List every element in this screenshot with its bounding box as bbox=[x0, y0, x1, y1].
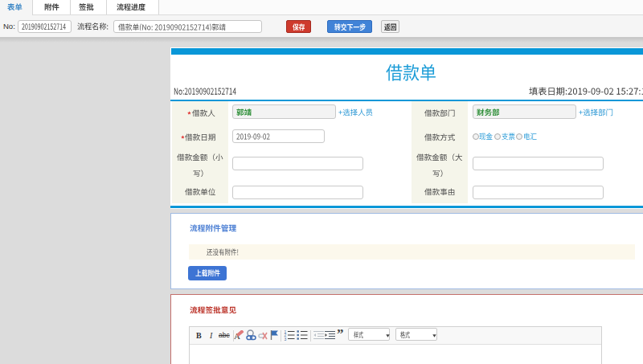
svg-text:3: 3 bbox=[285, 337, 287, 342]
